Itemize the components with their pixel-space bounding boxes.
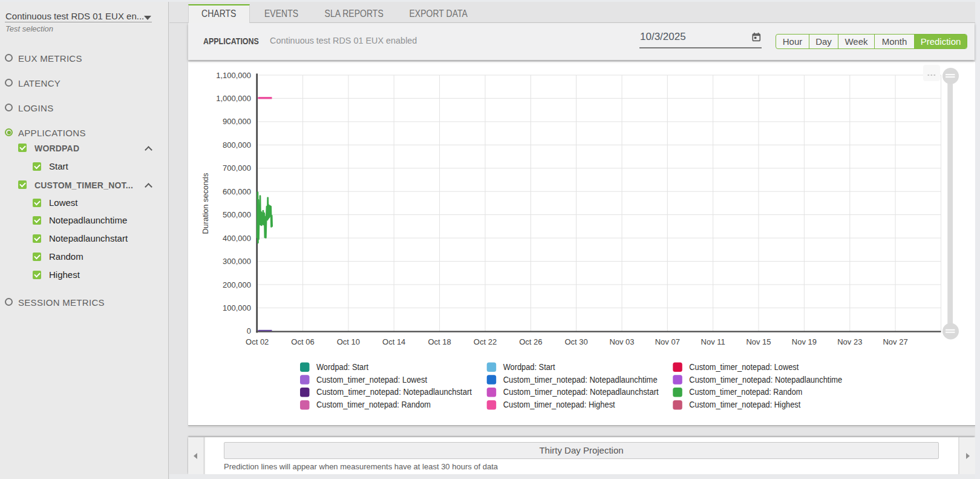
svg-text:Custom_timer_notepad: Notepadl: Custom_timer_notepad: Notepadlaunchstart [316,387,472,397]
svg-text:Custom_timer_notepad: Notepadl: Custom_timer_notepad: Notepadlaunchtime [503,375,658,385]
svg-text:100,000: 100,000 [223,303,251,312]
svg-text:Custom_timer_notepad: Lowest: Custom_timer_notepad: Lowest [689,362,799,372]
svg-text:Custom_timer_notepad: Random: Custom_timer_notepad: Random [316,400,431,409]
svg-text:Custom_timer_notepad: Highest: Custom_timer_notepad: Highest [503,400,615,409]
svg-text:Nov 15: Nov 15 [746,337,771,346]
svg-text:Nov 03: Nov 03 [609,337,634,346]
svg-text:1,100,000: 1,100,000 [216,71,251,80]
svg-text:Custom_timer_notepad: Notepadl: Custom_timer_notepad: Notepadlaunchstart [503,387,659,397]
svg-text:Wordpad: Start: Wordpad: Start [503,362,555,372]
svg-text:0: 0 [247,326,251,335]
svg-text:Oct 22: Oct 22 [474,337,497,346]
svg-text:Oct 18: Oct 18 [428,337,451,346]
svg-text:Nov 27: Nov 27 [883,337,907,346]
svg-text:900,000: 900,000 [223,117,251,126]
svg-text:Wordpad: Start: Wordpad: Start [316,362,368,372]
svg-text:700,000: 700,000 [223,164,251,173]
svg-text:Nov 07: Nov 07 [655,337,680,346]
svg-text:Custom_timer_notepad: Notepadl: Custom_timer_notepad: Notepadlaunchtime [689,375,842,385]
svg-text:Custom_timer_notepad: Lowest: Custom_timer_notepad: Lowest [316,375,427,385]
svg-text:Oct 10: Oct 10 [337,337,360,346]
svg-text:Oct 26: Oct 26 [519,337,542,346]
svg-text:Oct 14: Oct 14 [382,337,405,346]
svg-text:Nov 23: Nov 23 [837,337,862,346]
svg-text:Oct 02: Oct 02 [246,337,269,346]
svg-text:Custom_timer_notepad: Highest: Custom_timer_notepad: Highest [689,400,800,409]
svg-text:Oct 06: Oct 06 [291,337,314,346]
svg-text:600,000: 600,000 [223,187,251,196]
svg-text:Duration seconds: Duration seconds [201,173,210,234]
svg-text:800,000: 800,000 [223,140,251,150]
svg-text:Nov 11: Nov 11 [701,337,725,346]
svg-text:200,000: 200,000 [223,280,251,289]
svg-text:400,000: 400,000 [223,234,251,243]
svg-text:Oct 30: Oct 30 [564,337,587,346]
svg-text:500,000: 500,000 [223,210,251,219]
svg-text:Custom_timer_notepad: Random: Custom_timer_notepad: Random [689,387,802,397]
svg-text:300,000: 300,000 [223,257,251,266]
svg-text:Nov 19: Nov 19 [792,337,817,346]
svg-text:1,000,000: 1,000,000 [216,94,251,103]
